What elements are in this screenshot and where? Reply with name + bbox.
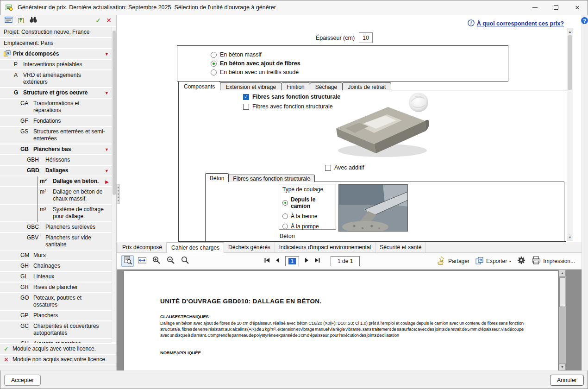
tree-item-gbc-planchers-sureleves[interactable]: GBCPlanchers surélevés: [0, 222, 112, 233]
sidebar-bottom-space: [0, 365, 116, 370]
document-scrollbar-thumb[interactable]: [559, 277, 565, 307]
results-tab-dechets-generes[interactable]: Déchets générés: [224, 242, 275, 252]
scroll-up-icon[interactable]: ▲: [567, 28, 573, 35]
radio-a-la-benne[interactable]: À la benne: [282, 213, 336, 220]
tree-item-g-structure-et-gros-oeuvre[interactable]: GStructure et gros oeuvre▼: [0, 88, 112, 99]
panel-splitter-handle[interactable]: [117, 184, 120, 204]
print-button[interactable]: Impression...: [532, 256, 575, 266]
document-preview-area: UNITÉ D'OUVRAGE GBD010: DALLAGE EN BÉTON…: [117, 270, 582, 370]
list-view-button[interactable]: [4, 16, 13, 25]
zoom-out-button[interactable]: [164, 255, 177, 267]
radio-en-beton-avec-ajout-de-fibres[interactable]: En béton avec ajout de fibres: [211, 60, 508, 67]
tree-item-ga-transformations-et-reparations[interactable]: GATransformations et réparations: [0, 99, 112, 116]
tree-item-m-dallage-en-beton[interactable]: m²Dallage en béton.▶: [0, 176, 112, 187]
tree-item-code: GC: [20, 323, 31, 330]
tab-finition[interactable]: Finition: [281, 82, 310, 90]
tree-item-gh-chainages[interactable]: GHChaînages: [0, 261, 112, 272]
tree-item-label: Poteaux, poutres et ossatures: [33, 295, 105, 308]
maximize-button[interactable]: [545, 0, 567, 15]
tree-item-gb-planchers-bas[interactable]: GBPlanchers bas▼: [0, 144, 112, 155]
radio-a-la-pompe[interactable]: À la pompe: [282, 223, 336, 230]
results-tab-prix-decompose[interactable]: Prix décomposé: [118, 242, 167, 252]
search-binoculars-icon: [29, 16, 38, 25]
doc-scroll-up-icon[interactable]: ▲: [559, 270, 566, 276]
share-button[interactable]: Partager: [437, 256, 469, 266]
titlebar: Générateur de prix. Dernière actualisati…: [0, 0, 588, 15]
upload-button[interactable]: [16, 16, 25, 25]
tree-item-go-poteaux-poutres-et-ossatures[interactable]: GOPoteaux, poutres et ossatures: [0, 293, 112, 311]
tab-sechage[interactable]: Séchage: [310, 82, 343, 90]
tab-composants[interactable]: Composants: [178, 81, 220, 90]
tree-item-gbh-herissons[interactable]: GBHHérissons: [0, 155, 112, 166]
subtab-beton[interactable]: Béton: [205, 173, 229, 182]
tree-item-gu-auvents-et-porches[interactable]: GUAuvents et porches: [0, 339, 112, 343]
editor-scrollbar-thumb[interactable]: [568, 35, 572, 90]
tree-item-gbv-planchers-sur-vide-sanitaire[interactable]: GBVPlanchers sur vide sanitaire: [0, 233, 112, 251]
zoom-in-button[interactable]: [150, 255, 163, 267]
tree-item-gp-planchers[interactable]: GPPlanchers: [0, 311, 112, 321]
sidebar-scrollbar-thumb[interactable]: [113, 31, 116, 195]
tree-item-gl-linteaux[interactable]: GLLinteaux: [0, 272, 112, 282]
fit-width-button[interactable]: [136, 255, 148, 267]
cancel-mark-icon[interactable]: ✕: [105, 17, 113, 24]
tree-item-m-systeme-de-coffrage-pour-dallage[interactable]: m²Système de coffrage pour dallage.: [0, 205, 112, 222]
results-tab-securite-et-sante[interactable]: Sécurité et santé: [375, 242, 426, 252]
prev-page-button[interactable]: [273, 257, 282, 266]
tree-item-label: Linteaux: [33, 273, 105, 280]
radio-en-beton-massif[interactable]: En béton massif: [211, 51, 508, 58]
radio-indicator: [211, 61, 217, 67]
additive-checkbox-row[interactable]: Avec additif: [325, 164, 364, 171]
results-tab-cahier-des-charges[interactable]: Cahier des charges: [167, 242, 224, 253]
document-scrollbar[interactable]: ▲ ▼: [558, 270, 566, 370]
scroll-down-icon[interactable]: ▼: [567, 234, 573, 240]
radio-label: En béton avec ajout de fibres: [220, 60, 300, 67]
print-preview-button[interactable]: [121, 255, 134, 267]
checkbox-fibres-avec-fonction-structurale[interactable]: Fibres avec fonction structurale: [243, 103, 340, 110]
thickness-input[interactable]: 10: [359, 32, 373, 43]
editor-scrollbar[interactable]: ▲ ▼: [567, 28, 573, 241]
tab-extension-et-vibrage[interactable]: Extension et vibrage: [220, 82, 281, 90]
maximize-icon: [554, 5, 558, 10]
tree-item-a-vrd-et-amenagements-exterieurs[interactable]: AVRD et aménagements extérieurs: [0, 70, 112, 88]
tree-item-gs-structures-enterrees-et-semi-enterrees[interactable]: GSStructures enterrées et semi-enterrées: [0, 127, 112, 144]
pouring-type-group: Type de coulage Depuis le camionÀ la ben…: [279, 184, 336, 230]
subtab-fibres-sans-fonction-structurale[interactable]: Fibres sans fonction structurale: [228, 175, 315, 182]
tree-item-code: GL: [20, 273, 31, 280]
accept-mark-icon[interactable]: ✓: [94, 17, 102, 24]
tree-item-m-dallage-en-beton-de-chaux-massif[interactable]: m²Dallage en béton de chaux massif.: [0, 187, 112, 205]
first-page-button[interactable]: [263, 257, 272, 266]
tree-item-gbd-dallages[interactable]: GBDDallages▼: [0, 166, 112, 176]
tree-item-p-interventions-prealables[interactable]: PInterventions préalables: [0, 60, 112, 70]
next-page-button[interactable]: [302, 257, 311, 266]
doc-scroll-down-icon[interactable]: ▼: [559, 364, 566, 370]
tree-item-gf-fondations[interactable]: GFFondations: [0, 116, 112, 127]
minimize-button[interactable]: [524, 0, 545, 15]
radio-en-beton-avec-un-treillis-soude[interactable]: En béton avec un treillis soudé: [211, 69, 508, 75]
cancel-button[interactable]: Annuler: [550, 375, 584, 386]
additive-checkbox[interactable]: [325, 165, 331, 171]
help-button[interactable]: ?: [581, 17, 588, 24]
accept-button[interactable]: Accepter: [4, 375, 41, 386]
preview-icon: [123, 256, 132, 266]
last-page-button[interactable]: [313, 257, 322, 266]
tree-item-gm-murs[interactable]: GMMurs: [0, 251, 112, 261]
tab-joints-de-retrait[interactable]: Joints de retrait: [342, 82, 391, 90]
last-page-icon: [313, 257, 321, 265]
zoom-reset-button[interactable]: [179, 255, 191, 267]
page-number-input[interactable]: 1: [285, 256, 299, 266]
radio-depuis-le-camion[interactable]: Depuis le camion: [282, 196, 336, 209]
search-button[interactable]: [29, 16, 38, 25]
tree-item-gc-charpentes-et-couvertures-autoportantes[interactable]: GCCharpentes et couvertures autoportante…: [0, 321, 112, 339]
settings-button[interactable]: [517, 256, 525, 266]
radio-indicator: [282, 213, 288, 219]
prices-help-link[interactable]: i À quoi correspondent ces prix?: [468, 19, 564, 28]
results-tab-indicateurs-d-impact-environnemental[interactable]: Indicateurs d'impact environnemental: [275, 242, 375, 252]
tree-item-label: Planchers surélevés: [45, 224, 105, 231]
export-button[interactable]: Exporter -: [475, 257, 511, 266]
tree-item-prix-decomposes[interactable]: Prix décomposés▼: [0, 49, 112, 60]
tree-item-gr-rives-de-plancher[interactable]: GRRives de plancher: [0, 282, 112, 293]
sidebar-scrollbar[interactable]: [112, 27, 116, 342]
norme-heading: NORME APPLIQUÉE: [160, 350, 524, 355]
close-button[interactable]: ✕: [567, 0, 588, 15]
checkbox-fibres-sans-fonction-structurale[interactable]: ✓Fibres sans fonction structurale: [243, 94, 340, 100]
